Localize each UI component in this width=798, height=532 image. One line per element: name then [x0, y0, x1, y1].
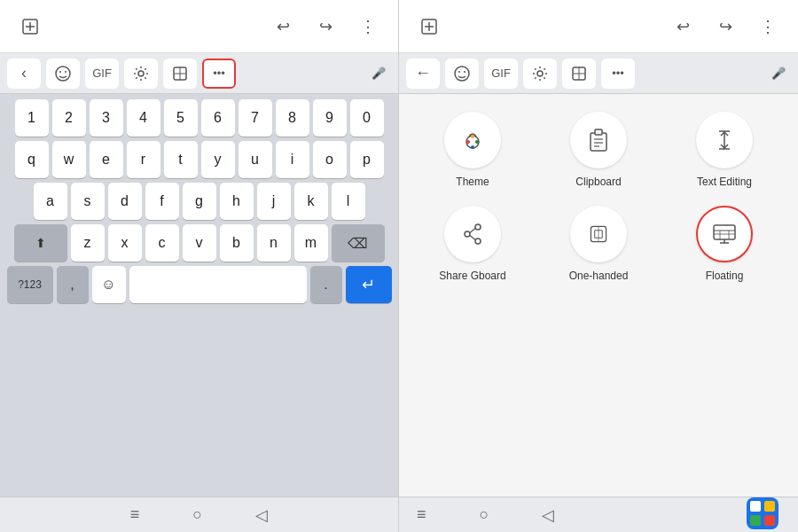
key-n[interactable]: n	[257, 224, 291, 262]
menu-item-share-gboard[interactable]: Share Gboard	[417, 206, 528, 282]
key-h[interactable]: h	[220, 183, 254, 220]
right-more-dots-button[interactable]: •••	[601, 59, 635, 89]
clipboard-label: Clipboard	[575, 176, 621, 188]
key-6[interactable]: 6	[201, 99, 235, 137]
menu-item-floating[interactable]: Floating	[669, 206, 780, 282]
menu-item-clipboard[interactable]: Clipboard	[543, 112, 654, 188]
left-nav-back[interactable]: ◁	[255, 505, 268, 525]
qwerty-row: q w e r t y u i o p	[4, 141, 395, 178]
key-d[interactable]: d	[108, 183, 142, 220]
left-settings-button[interactable]	[124, 59, 158, 89]
key-comma[interactable]: ,	[57, 266, 89, 303]
key-9[interactable]: 9	[313, 99, 347, 137]
right-keyboard-area: ← GIF •••	[399, 53, 798, 532]
one-handed-icon-circle	[570, 206, 627, 262]
menu-item-text-editing[interactable]: Text Editing	[669, 112, 780, 188]
right-nav-back[interactable]: ◁	[542, 505, 554, 525]
menu-item-one-handed[interactable]: One-handed	[543, 206, 654, 282]
key-p[interactable]: p	[350, 141, 384, 178]
bottom-row: ?123 , ☺ . ↵	[4, 266, 395, 303]
left-keyboard-area: ‹ GIF •••	[0, 53, 398, 532]
left-add-button[interactable]	[18, 14, 43, 39]
right-add-button[interactable]	[417, 14, 442, 39]
key-emoji[interactable]: ☺	[92, 266, 126, 303]
key-0[interactable]: 0	[350, 99, 384, 137]
left-more-dots-button[interactable]: •••	[202, 59, 236, 89]
right-back-button[interactable]: ←	[406, 59, 440, 89]
right-emoji-button[interactable]	[445, 59, 479, 89]
right-more-button[interactable]: ⋮	[755, 14, 780, 39]
svg-point-34	[465, 231, 470, 237]
menu-item-theme[interactable]: Theme	[417, 112, 528, 188]
left-emoji-button[interactable]	[46, 59, 80, 89]
right-top-bar: ↩ ↪ ⋮	[399, 0, 798, 53]
left-nav-home[interactable]: ○	[192, 505, 202, 524]
key-f[interactable]: f	[145, 183, 179, 220]
key-8[interactable]: 8	[276, 99, 309, 137]
key-k[interactable]: k	[294, 183, 328, 220]
right-nav-home[interactable]: ○	[480, 505, 489, 525]
key-q[interactable]: q	[15, 141, 49, 178]
left-top-bar-right-icons: ↩ ↪ ⋮	[270, 14, 380, 39]
left-gif-button[interactable]: GIF	[85, 59, 119, 89]
right-mic-button[interactable]: 🎤	[766, 59, 791, 89]
svg-point-33	[475, 224, 481, 230]
key-space[interactable]	[129, 266, 307, 303]
right-gif-button[interactable]: GIF	[484, 59, 518, 89]
key-r[interactable]: r	[127, 141, 160, 178]
svg-line-36	[470, 229, 475, 233]
svg-point-6	[138, 71, 144, 76]
key-i[interactable]: i	[276, 141, 309, 178]
key-w[interactable]: w	[52, 141, 86, 178]
key-e[interactable]: e	[90, 141, 123, 178]
key-z[interactable]: z	[71, 224, 105, 262]
key-7[interactable]: 7	[239, 99, 272, 137]
key-c[interactable]: c	[145, 224, 179, 262]
key-shift[interactable]: ⬆	[14, 224, 67, 262]
key-t[interactable]: t	[164, 141, 198, 178]
key-b[interactable]: b	[220, 224, 254, 262]
key-dot[interactable]: .	[310, 266, 342, 303]
key-s[interactable]: s	[71, 183, 105, 220]
key-enter[interactable]: ↵	[346, 266, 392, 303]
right-top-bar-right: ↩ ↪ ⋮	[670, 14, 780, 39]
svg-point-5	[65, 71, 66, 73]
key-4[interactable]: 4	[127, 99, 160, 137]
left-mic-button[interactable]: 🎤	[366, 59, 391, 89]
key-backspace[interactable]: ⌫	[332, 224, 385, 262]
svg-rect-51	[750, 515, 761, 526]
key-u[interactable]: u	[239, 141, 272, 178]
corner-logo	[745, 496, 780, 533]
right-phone-panel: ↩ ↪ ⋮ ← GIF	[399, 0, 798, 532]
right-settings-button[interactable]	[523, 59, 557, 89]
left-redo-button[interactable]: ↪	[313, 14, 338, 39]
key-m[interactable]: m	[294, 224, 328, 262]
right-nav-group: ≡ ○ ◁	[417, 505, 554, 525]
key-g[interactable]: g	[183, 183, 216, 220]
theme-label: Theme	[456, 176, 489, 188]
key-o[interactable]: o	[313, 141, 347, 178]
left-top-bar-left-icons	[18, 14, 43, 39]
left-more-button[interactable]: ⋮	[356, 14, 380, 39]
key-a[interactable]: a	[34, 183, 67, 220]
key-j[interactable]: j	[257, 183, 291, 220]
key-1[interactable]: 1	[15, 99, 49, 137]
key-l[interactable]: l	[332, 183, 365, 220]
svg-rect-25	[591, 133, 606, 151]
key-3[interactable]: 3	[90, 99, 123, 137]
key-x[interactable]: x	[108, 224, 142, 262]
key-y[interactable]: y	[201, 141, 235, 178]
key-5[interactable]: 5	[164, 99, 198, 137]
key-2[interactable]: 2	[52, 99, 86, 137]
left-back-button[interactable]: ‹	[7, 59, 41, 89]
left-undo-button[interactable]: ↩	[270, 14, 295, 39]
right-translate-button[interactable]	[562, 59, 596, 89]
right-undo-button[interactable]: ↩	[670, 14, 695, 39]
left-translate-button[interactable]	[163, 59, 197, 89]
left-nav-menu[interactable]: ≡	[130, 505, 140, 524]
right-redo-button[interactable]: ↪	[713, 14, 738, 39]
right-nav-menu[interactable]: ≡	[417, 505, 426, 525]
key-v[interactable]: v	[183, 224, 216, 262]
svg-rect-26	[595, 129, 602, 135]
key-num[interactable]: ?123	[7, 266, 53, 303]
